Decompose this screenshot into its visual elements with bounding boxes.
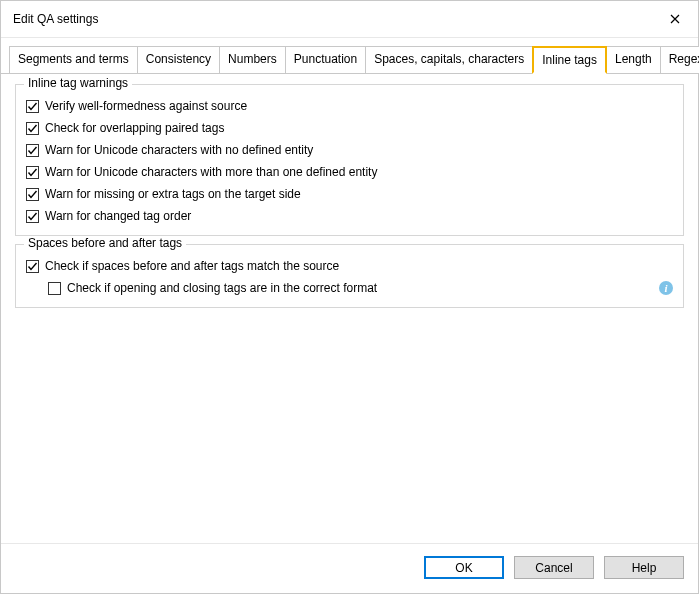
group-inline-tag-warnings: Inline tag warnings Verify well-formedne…: [15, 84, 684, 236]
tab-punctuation[interactable]: Punctuation: [285, 46, 366, 73]
tab-content: Inline tag warnings Verify well-formedne…: [1, 74, 698, 543]
checkbox-unicode-multi-entity[interactable]: [26, 166, 39, 179]
label-changed-tag-order[interactable]: Warn for changed tag order: [45, 209, 673, 223]
group-title-inline-tag-warnings: Inline tag warnings: [24, 76, 132, 90]
group-spaces-before-after-tags: Spaces before and after tags Check if sp…: [15, 244, 684, 308]
checkbox-missing-extra-tags[interactable]: [26, 188, 39, 201]
checkbox-changed-tag-order[interactable]: [26, 210, 39, 223]
checkbox-unicode-no-entity[interactable]: [26, 144, 39, 157]
help-button[interactable]: Help: [604, 556, 684, 579]
tab-regex[interactable]: Regex: [660, 46, 699, 73]
tab-strip: Segments and terms Consistency Numbers P…: [1, 46, 698, 74]
option-unicode-multi-entity: Warn for Unicode characters with more th…: [26, 161, 673, 183]
label-unicode-multi-entity[interactable]: Warn for Unicode characters with more th…: [45, 165, 673, 179]
label-unicode-no-entity[interactable]: Warn for Unicode characters with no defi…: [45, 143, 673, 157]
cancel-button[interactable]: Cancel: [514, 556, 594, 579]
tab-inline-tags[interactable]: Inline tags: [532, 46, 607, 74]
option-overlapping-tags: Check for overlapping paired tags: [26, 117, 673, 139]
group-title-spaces: Spaces before and after tags: [24, 236, 186, 250]
checkbox-open-close-format[interactable]: [48, 282, 61, 295]
label-spaces-match-source[interactable]: Check if spaces before and after tags ma…: [45, 259, 673, 273]
tab-length[interactable]: Length: [606, 46, 661, 73]
tab-consistency[interactable]: Consistency: [137, 46, 220, 73]
tab-segments-and-terms[interactable]: Segments and terms: [9, 46, 138, 73]
option-changed-tag-order: Warn for changed tag order: [26, 205, 673, 227]
option-open-close-format: Check if opening and closing tags are in…: [26, 277, 673, 299]
window-title: Edit QA settings: [13, 12, 98, 26]
info-icon[interactable]: i: [659, 281, 673, 295]
checkbox-spaces-match-source[interactable]: [26, 260, 39, 273]
option-verify-wellformedness: Verify well-formedness against source: [26, 95, 673, 117]
dialog-buttons: OK Cancel Help: [1, 543, 698, 593]
checkbox-verify-wellformedness[interactable]: [26, 100, 39, 113]
ok-button[interactable]: OK: [424, 556, 504, 579]
label-open-close-format[interactable]: Check if opening and closing tags are in…: [67, 281, 659, 295]
option-missing-extra-tags: Warn for missing or extra tags on the ta…: [26, 183, 673, 205]
label-overlapping-tags[interactable]: Check for overlapping paired tags: [45, 121, 673, 135]
tab-spaces-capitals-characters[interactable]: Spaces, capitals, characters: [365, 46, 533, 73]
option-spaces-match-source: Check if spaces before and after tags ma…: [26, 255, 673, 277]
checkbox-overlapping-tags[interactable]: [26, 122, 39, 135]
qa-settings-dialog: Edit QA settings Segments and terms Cons…: [0, 0, 699, 594]
titlebar: Edit QA settings: [1, 1, 698, 38]
tab-numbers[interactable]: Numbers: [219, 46, 286, 73]
label-missing-extra-tags[interactable]: Warn for missing or extra tags on the ta…: [45, 187, 673, 201]
close-button[interactable]: [660, 7, 690, 31]
option-unicode-no-entity: Warn for Unicode characters with no defi…: [26, 139, 673, 161]
label-verify-wellformedness[interactable]: Verify well-formedness against source: [45, 99, 673, 113]
close-icon: [670, 14, 680, 24]
